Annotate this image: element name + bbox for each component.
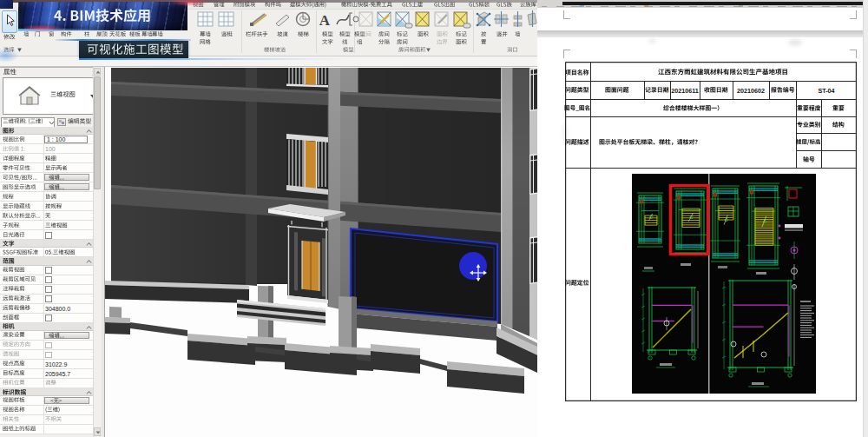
svg-text:A: A bbox=[319, 12, 331, 29]
